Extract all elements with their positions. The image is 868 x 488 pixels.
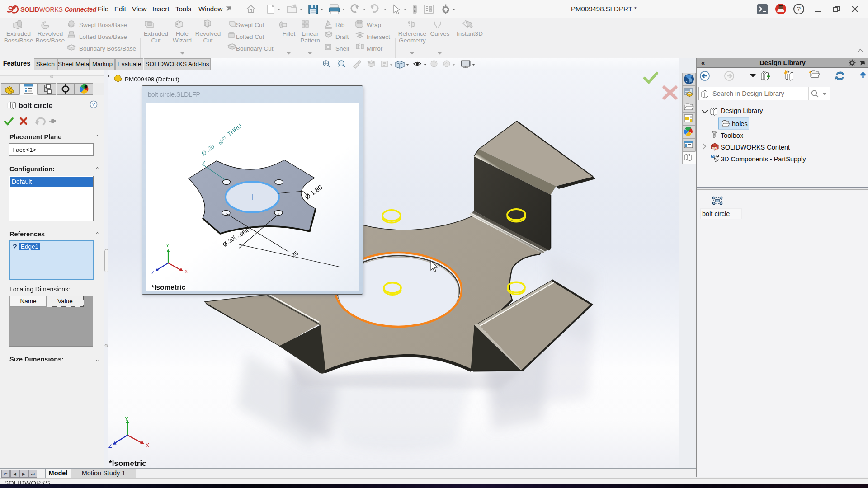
svg-text:SOLIDWORKSConnected: SOLIDWORKSConnected xyxy=(20,6,97,13)
svg-text:PM009498 (Default): PM009498 (Default) xyxy=(125,76,179,83)
svg-text:Z: Z xyxy=(151,270,155,275)
svg-text:SW: SW xyxy=(712,147,717,150)
svg-text:Toolbox: Toolbox xyxy=(721,132,744,139)
svg-text:3D Components - PartSupply: 3D Components - PartSupply xyxy=(721,155,806,163)
svg-text:?: ? xyxy=(92,102,95,107)
svg-text:Z: Z xyxy=(108,443,112,449)
svg-text:Ø 1.80: Ø 1.80 xyxy=(303,183,324,201)
svg-text:Y: Y xyxy=(125,416,128,422)
svg-text:?: ? xyxy=(797,5,801,13)
svg-text:X: X xyxy=(184,269,188,274)
svg-text:SOLIDWORKS Content: SOLIDWORKS Content xyxy=(721,144,790,151)
svg-text:Ø.20(: Ø.20( xyxy=(222,234,238,248)
svg-text:X: X xyxy=(146,442,149,449)
svg-text:*Isometric: *Isometric xyxy=(151,283,186,291)
svg-text:Design Library: Design Library xyxy=(721,107,763,114)
svg-text:.35: .35 xyxy=(289,249,300,260)
svg-text:*Isometric: *Isometric xyxy=(109,459,146,467)
svg-text:THRU: THRU xyxy=(226,122,243,138)
svg-text:holes: holes xyxy=(732,120,748,127)
svg-text:Y: Y xyxy=(166,243,170,248)
svg-text:Ø .20: Ø .20 xyxy=(200,143,216,157)
